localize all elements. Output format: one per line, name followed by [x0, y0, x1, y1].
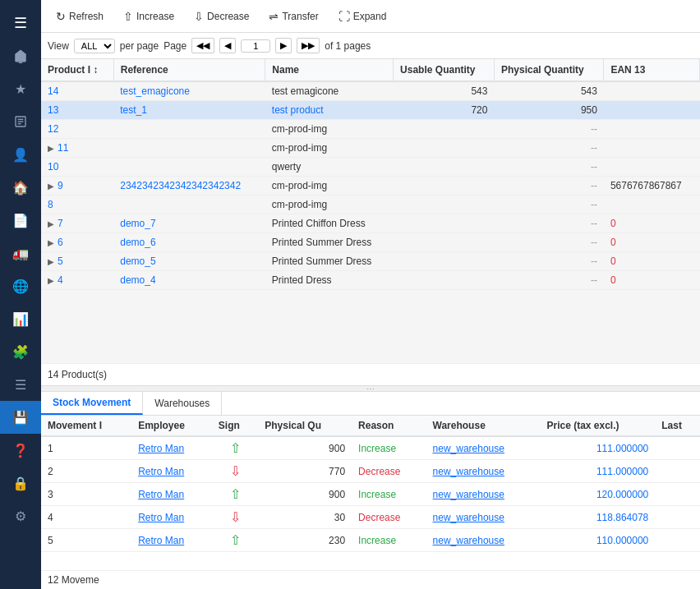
reference-link[interactable]: test_emagicone — [120, 85, 190, 97]
sidebar-item-shipping[interactable]: 🚛 — [0, 237, 41, 269]
expand-row-button[interactable]: ▶ — [48, 144, 54, 153]
col-physical-qu[interactable]: Physical Qu — [258, 416, 352, 436]
sidebar-item-stock[interactable]: 💾 — [0, 401, 41, 434]
sidebar-item-help[interactable]: ❓ — [0, 434, 41, 467]
reference-link[interactable]: demo_7 — [120, 218, 155, 229]
expand-row-button[interactable]: ▶ — [48, 257, 54, 266]
sidebar-item-menu[interactable]: ☰ — [0, 7, 41, 39]
table-row[interactable]: 2Retro Man⇩770Decreasenew_warehouse111.0… — [41, 460, 700, 483]
product-name: test emagicone — [265, 81, 394, 101]
employee-link[interactable]: Retro Man — [138, 535, 184, 546]
product-id-link[interactable]: 13 — [48, 104, 58, 116]
table-row[interactable]: 1Retro Man⇧900Increasenew_warehouse111.0… — [41, 436, 700, 460]
decrease-button[interactable]: ⇩ Decrease — [186, 7, 257, 26]
employee-link[interactable]: Retro Man — [138, 489, 184, 500]
table-row[interactable]: ▶7demo_7Printed Chiffon Dress--0 — [41, 214, 700, 233]
sidebar-item-store[interactable] — [0, 39, 41, 72]
movement-id: 2 — [41, 460, 131, 483]
table-row[interactable]: 5Retro Man⇧230Increasenew_warehouse110.0… — [41, 529, 700, 552]
next-page-button[interactable]: ▶ — [275, 38, 292, 53]
employee-link[interactable]: Retro Man — [138, 443, 184, 454]
expand-button[interactable]: ⛶ Expand — [330, 7, 395, 26]
col-employee[interactable]: Employee — [131, 416, 212, 436]
col-reason[interactable]: Reason — [352, 416, 426, 436]
warehouse-link[interactable]: new_warehouse — [433, 535, 504, 546]
split-handle[interactable]: ⋯ — [41, 385, 700, 392]
reference-link[interactable]: demo_6 — [120, 237, 155, 248]
product-id-link[interactable]: 10 — [48, 161, 58, 173]
product-id-link[interactable]: 8 — [48, 199, 53, 210]
product-id-link[interactable]: 6 — [58, 237, 63, 248]
view-select[interactable]: ALL — [74, 39, 115, 53]
table-row[interactable]: 8cm-prod-img-- — [41, 196, 700, 214]
col-price[interactable]: Price (tax excl.) — [540, 416, 655, 436]
sidebar-item-catalog[interactable]: 🏠 — [0, 171, 41, 204]
warehouse-link[interactable]: new_warehouse — [433, 512, 504, 523]
page-input[interactable] — [241, 39, 270, 53]
table-row[interactable]: 3Retro Man⇧900Increasenew_warehouse120.0… — [41, 483, 700, 506]
warehouse-link[interactable]: new_warehouse — [433, 466, 504, 477]
col-warehouse[interactable]: Warehouse — [426, 416, 541, 436]
warehouse-link[interactable]: new_warehouse — [433, 443, 504, 454]
col-physical-qty[interactable]: Physical Quantity — [494, 59, 603, 81]
product-id-link[interactable]: 9 — [58, 180, 63, 191]
tab-warehouses[interactable]: Warehouses — [143, 392, 222, 415]
table-row[interactable]: 4Retro Man⇩30Decreasenew_warehouse118.86… — [41, 506, 700, 529]
table-row[interactable]: ▶11cm-prod-img-- — [41, 139, 700, 158]
prev-page-button[interactable]: ◀ — [219, 38, 236, 53]
col-movement-id[interactable]: Movement I — [41, 416, 131, 436]
product-id-link[interactable]: 7 — [58, 218, 63, 229]
expand-row-button[interactable]: ▶ — [48, 276, 54, 285]
sidebar-item-orders[interactable] — [0, 105, 41, 138]
warehouse-link[interactable]: new_warehouse — [433, 489, 504, 500]
expand-row-button[interactable]: ▶ — [48, 238, 54, 247]
employee-link[interactable]: Retro Man — [138, 512, 184, 523]
reference-link[interactable]: demo_5 — [120, 255, 155, 267]
sidebar-item-localization[interactable]: 🌐 — [0, 269, 41, 302]
product-name: cm-prod-img — [265, 139, 394, 158]
product-id-link[interactable]: 14 — [48, 85, 58, 97]
col-reference[interactable]: Reference — [113, 59, 265, 81]
col-usable-qty[interactable]: Usable Quantity — [394, 59, 495, 81]
product-name-link[interactable]: test product — [272, 104, 324, 116]
sidebar-item-customers[interactable]: 👤 — [0, 138, 41, 171]
refresh-button[interactable]: ↻ Refresh — [48, 7, 112, 26]
product-id-link[interactable]: 11 — [58, 142, 68, 154]
movement-table-scroll[interactable]: Movement I Employee Sign Physical Qu Rea… — [41, 416, 700, 570]
reference-link[interactable]: demo_4 — [120, 274, 155, 286]
last-page-button[interactable]: ▶▶ — [297, 38, 320, 53]
col-ean13[interactable]: EAN 13 — [604, 59, 700, 81]
expand-row-button[interactable]: ▶ — [48, 182, 54, 191]
tab-stock-movement[interactable]: Stock Movement — [41, 392, 143, 415]
employee-link[interactable]: Retro Man — [138, 466, 184, 477]
product-id-link[interactable]: 12 — [48, 123, 58, 135]
sidebar-item-documents[interactable]: 📄 — [0, 204, 41, 237]
transfer-button[interactable]: ⇌ Transfer — [260, 7, 326, 26]
table-row[interactable]: 14test_emagiconetest emagicone543543 — [41, 81, 700, 101]
table-row[interactable]: 12cm-prod-img-- — [41, 120, 700, 139]
reference-link[interactable]: test_1 — [120, 104, 147, 116]
product-id-link[interactable]: 5 — [58, 255, 63, 267]
table-row[interactable]: 10qwerty-- — [41, 158, 700, 177]
first-page-button[interactable]: ◀◀ — [191, 38, 214, 53]
sidebar-item-settings[interactable]: ⚙ — [0, 499, 41, 532]
sidebar-item-modules[interactable]: 🧩 — [0, 335, 41, 368]
table-row[interactable]: ▶6demo_6Printed Summer Dress--0 — [41, 233, 700, 252]
col-product-id[interactable]: Product I ↕ — [41, 59, 113, 81]
table-row[interactable]: ▶5demo_5Printed Summer Dress--0 — [41, 252, 700, 271]
col-sign[interactable]: Sign — [212, 416, 258, 436]
col-last[interactable]: Last — [655, 416, 700, 436]
sidebar-item-lock[interactable]: 🔒 — [0, 467, 41, 499]
sidebar-item-favorites[interactable]: ★ — [0, 72, 41, 105]
table-row[interactable]: ▶92342342342342342342342cm-prod-img--567… — [41, 177, 700, 196]
reference-link[interactable]: 2342342342342342342342 — [120, 180, 241, 191]
table-row[interactable]: ▶4demo_4Printed Dress--0 — [41, 271, 700, 290]
expand-row-button[interactable]: ▶ — [48, 219, 54, 228]
product-table-scroll[interactable]: Product I ↕ Reference Name Usable Quanti… — [41, 59, 700, 363]
col-name[interactable]: Name — [265, 59, 394, 81]
product-id-link[interactable]: 4 — [58, 274, 63, 286]
increase-button[interactable]: ⇧ Increase — [115, 7, 182, 26]
table-row[interactable]: 13test_1test product720950 — [41, 101, 700, 120]
sidebar-item-sliders[interactable]: ☰ — [0, 368, 41, 401]
sidebar-item-stats[interactable]: 📊 — [0, 302, 41, 335]
